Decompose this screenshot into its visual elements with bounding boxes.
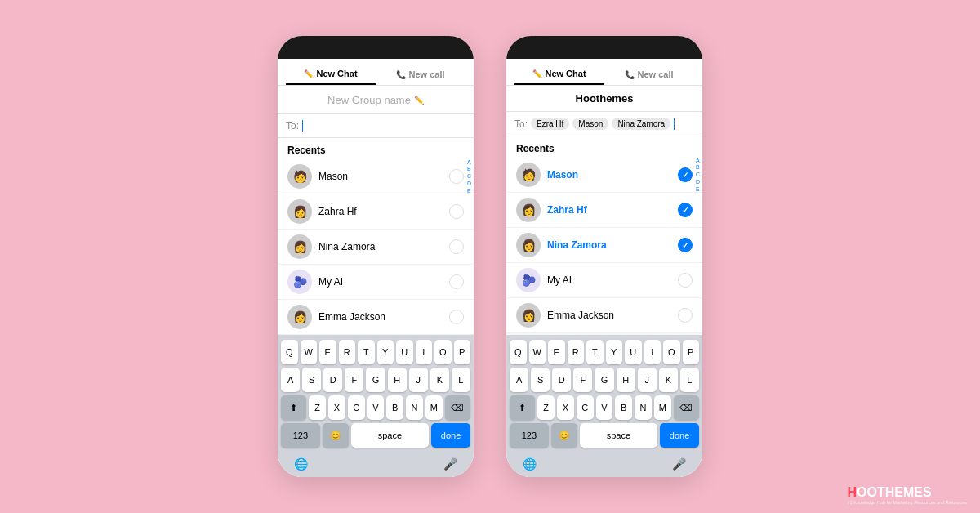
key-z-2[interactable]: Z (537, 395, 555, 420)
key-t-2[interactable]: T (586, 340, 604, 364)
contact-row-zahra-2[interactable]: 👩 Zahra Hf ✓ (506, 193, 702, 228)
contact-row-myai-2[interactable]: 🫐 My AI (506, 263, 702, 298)
contact-row-mason-1[interactable]: 🧑 Mason A B C D E (278, 159, 474, 194)
key-delete-2[interactable]: ⌫ (674, 395, 699, 420)
contact-check-mason-2[interactable]: ✓ (678, 167, 693, 182)
key-x-1[interactable]: X (328, 395, 345, 420)
key-g-2[interactable]: G (595, 368, 613, 392)
key-shift-2[interactable]: ⬆ (510, 395, 535, 420)
chip-mason-2[interactable]: Mason (572, 118, 608, 130)
contact-row-mason-2[interactable]: 🧑 Mason ✓ A B C D E (506, 158, 702, 193)
key-b-2[interactable]: B (615, 395, 632, 420)
key-h-2[interactable]: H (617, 368, 635, 392)
key-w-1[interactable]: W (301, 340, 318, 364)
key-v-1[interactable]: V (368, 395, 385, 420)
contact-row-myai-1[interactable]: 🫐 My AI (278, 265, 474, 300)
key-space-1[interactable]: space (351, 423, 430, 448)
key-p-1[interactable]: P (454, 340, 471, 364)
key-y-1[interactable]: Y (377, 340, 394, 364)
key-o-2[interactable]: O (663, 340, 680, 364)
contact-check-emma-2[interactable] (678, 308, 693, 323)
key-j-2[interactable]: J (638, 368, 657, 392)
key-l-2[interactable]: L (680, 368, 699, 392)
tab-new-chat-2[interactable]: ✏️ New Chat (514, 64, 604, 85)
key-y-2[interactable]: Y (606, 340, 623, 364)
contact-check-myai-1[interactable] (449, 274, 464, 289)
key-b-1[interactable]: B (386, 395, 403, 420)
key-done-2[interactable]: done (660, 423, 699, 448)
key-n-1[interactable]: N (406, 395, 423, 420)
key-h-1[interactable]: H (388, 368, 407, 392)
key-r-2[interactable]: R (568, 340, 585, 364)
key-done-1[interactable]: done (431, 423, 470, 448)
to-field-2[interactable]: To: Ezra Hf Mason Nina Zamora (506, 112, 702, 136)
contact-check-mason-1[interactable] (449, 169, 464, 184)
edit-icon-1[interactable]: ✏️ (414, 96, 424, 105)
key-o-1[interactable]: O (434, 340, 452, 364)
tab-new-call-1[interactable]: 📞 New call (376, 64, 466, 85)
key-delete-1[interactable]: ⌫ (445, 395, 470, 420)
key-v-2[interactable]: V (596, 395, 613, 420)
globe-icon-2[interactable]: 🌐 (523, 457, 537, 471)
contact-row-nina-2[interactable]: 👩 Nina Zamora ✓ (506, 228, 702, 263)
globe-icon-1[interactable]: 🌐 (294, 457, 308, 471)
contact-check-zahra-2[interactable]: ✓ (678, 203, 693, 217)
key-c-1[interactable]: C (348, 395, 365, 420)
contact-row-zahra-1[interactable]: 👩 Zahra Hf (278, 194, 474, 230)
contact-row-emma-2[interactable]: 👩 Emma Jackson (506, 298, 702, 333)
key-r-1[interactable]: R (339, 340, 356, 364)
contact-check-myai-2[interactable] (678, 273, 693, 288)
key-u-2[interactable]: U (625, 340, 642, 364)
call-icon-1: 📞 (396, 70, 406, 79)
contact-check-nina-2[interactable]: ✓ (678, 238, 693, 252)
key-shift-1[interactable]: ⬆ (281, 395, 306, 420)
mic-icon-2[interactable]: 🎤 (672, 457, 686, 471)
tab-new-call-2[interactable]: 📞 New call (604, 64, 694, 85)
contact-check-nina-1[interactable] (449, 239, 464, 254)
key-m-1[interactable]: M (425, 395, 443, 420)
key-d-1[interactable]: D (323, 368, 342, 392)
key-i-2[interactable]: I (644, 340, 662, 364)
key-x-2[interactable]: X (557, 395, 574, 420)
key-i-1[interactable]: I (416, 340, 433, 364)
mic-icon-1[interactable]: 🎤 (443, 457, 457, 471)
key-k-2[interactable]: K (659, 368, 678, 392)
contact-row-nina-1[interactable]: 👩 Nina Zamora (278, 230, 474, 265)
key-n-2[interactable]: N (635, 395, 652, 420)
key-m-2[interactable]: M (654, 395, 671, 420)
key-g-1[interactable]: G (366, 368, 385, 392)
key-q-1[interactable]: Q (281, 340, 298, 364)
key-t-1[interactable]: T (358, 340, 375, 364)
contact-row-emma-1[interactable]: 👩 Emma Jackson (278, 300, 474, 335)
key-c-2[interactable]: C (577, 395, 594, 420)
key-a-1[interactable]: A (281, 368, 300, 392)
recents-header-2: Recents (506, 136, 702, 158)
contact-check-zahra-1[interactable] (449, 204, 464, 219)
key-f-1[interactable]: F (345, 368, 363, 392)
contact-check-emma-1[interactable] (449, 310, 464, 324)
key-l-1[interactable]: L (452, 368, 470, 392)
key-f-2[interactable]: F (573, 368, 592, 392)
to-field-1[interactable]: To: (278, 114, 474, 138)
tab-new-chat-1[interactable]: ✏️ New Chat (286, 64, 376, 85)
key-z-1[interactable]: Z (309, 395, 326, 420)
key-123-1[interactable]: 123 (281, 423, 320, 448)
key-123-2[interactable]: 123 (510, 423, 549, 448)
key-k-1[interactable]: K (430, 368, 449, 392)
key-space-2[interactable]: space (580, 423, 658, 448)
key-u-1[interactable]: U (396, 340, 413, 364)
key-emoji-2[interactable]: 😊 (551, 423, 577, 448)
key-j-1[interactable]: J (409, 368, 428, 392)
key-q-2[interactable]: Q (510, 340, 527, 364)
key-emoji-1[interactable]: 😊 (323, 423, 349, 448)
key-p-2[interactable]: P (683, 340, 700, 364)
key-s-1[interactable]: S (302, 368, 321, 392)
key-d-2[interactable]: D (552, 368, 571, 392)
key-s-2[interactable]: S (531, 368, 550, 392)
key-a-2[interactable]: A (510, 368, 528, 392)
chip-nina-2[interactable]: Nina Zamora (612, 118, 670, 130)
chip-ezra-2[interactable]: Ezra Hf (531, 118, 569, 130)
key-e-2[interactable]: E (548, 340, 565, 364)
key-w-2[interactable]: W (529, 340, 546, 364)
key-e-1[interactable]: E (319, 340, 336, 364)
